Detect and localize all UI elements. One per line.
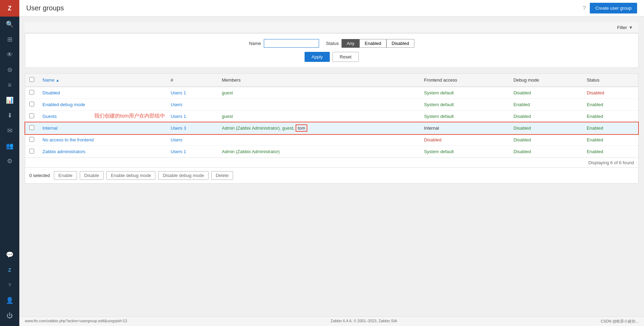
filter-actions-row: Apply Reset	[31, 52, 633, 62]
sidebar-item-help[interactable]: 💬	[0, 247, 19, 262]
group-debug-link[interactable]: Disabled	[513, 137, 531, 142]
filter-toggle-label[interactable]: Filter	[617, 25, 627, 30]
group-name-link[interactable]: Disabled	[42, 90, 60, 95]
user-groups-table-container: Name ▲ # Members Frontend access Debug m…	[25, 73, 638, 184]
group-members-link[interactable]: guest	[222, 114, 233, 119]
filter-name-input[interactable]	[264, 39, 319, 48]
sidebar-item-users[interactable]: 👥	[0, 138, 19, 153]
disable-button[interactable]: Disable	[80, 171, 104, 180]
page-title: User groups	[26, 4, 64, 12]
main-area: User groups ? Create user group Filter ▼…	[19, 0, 644, 326]
group-members-prefix-link[interactable]: Admin (Zabbix Administrator), guest	[222, 125, 293, 131]
group-name-link[interactable]: Enabled debug mode	[42, 102, 85, 107]
delete-button[interactable]: Delete	[211, 171, 233, 180]
group-status: Enabled	[583, 146, 638, 158]
group-name-link[interactable]: No access to the frontend	[42, 137, 94, 142]
url-bar: www.ftx.com/zabbix.php?action=usergroup.…	[25, 319, 127, 324]
reset-button[interactable]: Reset	[333, 52, 359, 62]
group-num-link[interactable]: Users 1	[171, 149, 186, 154]
help-icon[interactable]: ?	[583, 5, 586, 11]
sidebar-item-search[interactable]: 🔍	[0, 17, 19, 32]
group-debug-link[interactable]: Disabled	[513, 125, 531, 131]
table-row-internal: Internal Users 3 Admin (Zabbix Administr…	[25, 122, 638, 134]
user-groups-table: Name ▲ # Members Frontend access Debug m…	[25, 74, 638, 158]
group-debug-link[interactable]: Disabled	[513, 90, 531, 95]
group-num-link[interactable]: Users	[171, 137, 182, 142]
page-header: User groups ? Create user group	[19, 0, 644, 17]
group-members-internal: Admin (Zabbix Administrator), guest, tom…	[218, 122, 420, 134]
group-debug-link[interactable]: Disabled	[513, 114, 531, 119]
sidebar-item-question[interactable]: ?	[0, 278, 19, 293]
col-frontend-header: Frontend access	[420, 74, 509, 87]
sidebar-item-mail[interactable]: ✉	[0, 123, 19, 138]
group-frontend: Disabled	[420, 134, 509, 146]
group-frontend-link[interactable]: System default	[424, 149, 454, 154]
status-disabled-button[interactable]: Disabled	[386, 39, 414, 48]
group-num-link[interactable]: Users 3	[171, 125, 186, 131]
header-actions: ? Create user group	[583, 3, 637, 13]
sort-asc-icon: ▲	[56, 78, 59, 82]
row-checkbox[interactable]	[29, 113, 34, 118]
filter-status-group: Status Any Enabled Disabled	[326, 39, 414, 48]
table-row: Zabbix administrators Users 1 Admin (Zab…	[25, 146, 638, 158]
filter-icon: ▼	[628, 25, 633, 30]
table-row: Disabled Users 1 guest System default Di…	[25, 87, 638, 99]
sidebar-item-download[interactable]: ⬇	[0, 108, 19, 123]
select-all-checkbox[interactable]	[29, 77, 34, 82]
version-info: Zabbix 6.4.6. © 2001–2023, Zabbix SIA	[330, 319, 397, 324]
col-debug-header: Debug mode	[509, 74, 583, 87]
group-num-link[interactable]: Users 1	[171, 114, 186, 119]
row-checkbox[interactable]	[29, 149, 34, 153]
filter-name-label: Name	[249, 41, 261, 46]
group-status: Enabled	[583, 122, 638, 134]
group-status: Enabled	[583, 111, 638, 122]
sidebar-logo[interactable]: Z	[0, 0, 19, 17]
group-members-link[interactable]: guest	[222, 90, 233, 95]
sidebar-item-zabbix[interactable]: Z	[0, 262, 19, 278]
group-num-link[interactable]: Users	[171, 102, 182, 107]
group-members	[218, 99, 420, 111]
status-any-button[interactable]: Any	[342, 39, 359, 48]
group-frontend-link[interactable]: System default	[424, 114, 454, 119]
col-name-label: Name	[42, 77, 55, 83]
sidebar-item-profile[interactable]: 👤	[0, 293, 19, 308]
sidebar: Z 🔍 ⊞ 👁 ⊜ ≡ 📊 ⬇ ✉ 👥 ⚙ 💬 Z ? 👤 ⏻	[0, 0, 19, 326]
sidebar-item-reports[interactable]: 📊	[0, 93, 19, 108]
apply-button[interactable]: Apply	[305, 52, 330, 62]
group-frontend-link[interactable]: System default	[424, 90, 454, 95]
status-button-group: Any Enabled Disabled	[342, 39, 414, 48]
row-checkbox[interactable]	[29, 102, 34, 106]
enable-debug-button[interactable]: Enable debug mode	[106, 171, 155, 180]
filter-name-field: Name	[249, 39, 319, 48]
col-members-header: Members	[218, 74, 420, 87]
group-num-link[interactable]: Users 1	[171, 90, 186, 95]
sidebar-item-monitoring[interactable]: 👁	[0, 47, 19, 62]
row-checkbox[interactable]	[29, 125, 34, 130]
displaying-count: Displaying 6 of 6 found	[25, 158, 638, 167]
status-enabled-button[interactable]: Enabled	[359, 39, 386, 48]
group-name-link[interactable]: Zabbix administrators	[42, 149, 85, 154]
sidebar-item-power[interactable]: ⏻	[0, 308, 19, 323]
sidebar-item-network[interactable]: ⊜	[0, 62, 19, 77]
create-user-group-button[interactable]: Create user group	[590, 3, 637, 13]
group-name-link[interactable]: Guests	[42, 114, 57, 119]
table-footer: 0 selected Enable Disable Enable debug m…	[25, 167, 638, 183]
group-name-link-internal[interactable]: Internal	[42, 125, 57, 131]
sidebar-item-list[interactable]: ≡	[0, 77, 19, 93]
sidebar-item-dashboard[interactable]: ⊞	[0, 32, 19, 47]
group-debug-link[interactable]: Enabled	[513, 102, 530, 107]
group-status: Enabled	[583, 99, 638, 111]
group-status: Disabled	[583, 87, 638, 99]
enable-button[interactable]: Enable	[54, 171, 77, 180]
filter-status-label: Status	[326, 41, 339, 46]
group-members-link[interactable]: Admin (Zabbix Administrator)	[222, 149, 280, 154]
row-checkbox[interactable]	[29, 137, 34, 142]
group-debug-link[interactable]: Disabled	[513, 149, 531, 154]
filter-header-row: Filter ▼	[25, 22, 638, 33]
filter-fields-row: Name Status Any Enabled Disabled	[31, 39, 633, 48]
disable-debug-button[interactable]: Disable debug mode	[158, 171, 208, 180]
col-name-header[interactable]: Name ▲	[38, 74, 166, 87]
row-checkbox[interactable]	[29, 90, 34, 95]
group-frontend-link[interactable]: System default	[424, 102, 454, 107]
sidebar-item-settings[interactable]: ⚙	[0, 153, 19, 169]
